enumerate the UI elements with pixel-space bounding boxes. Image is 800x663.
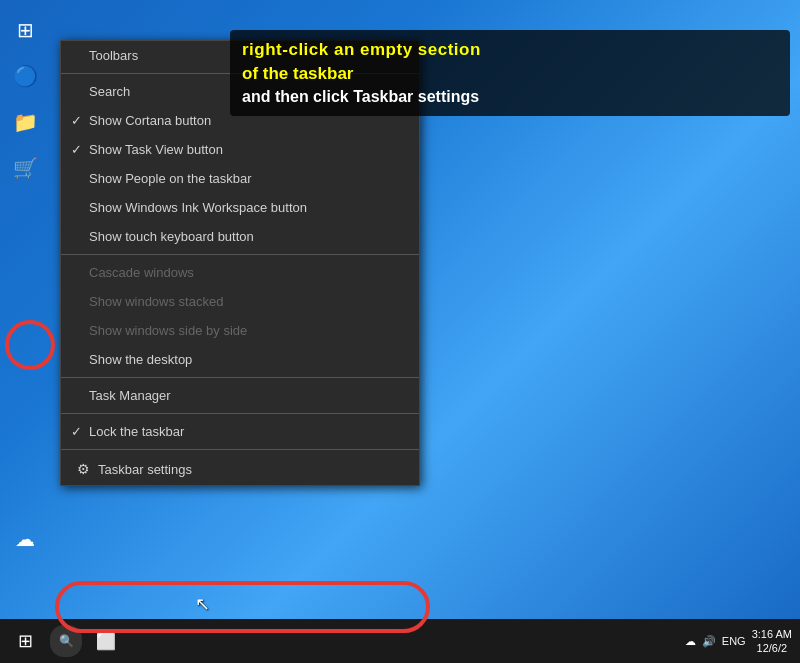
taskbar-system-tray: ☁ 🔊 ENG 3:16 AM 12/6/2 [685,627,800,656]
callout-line3: and then click Taskbar settings [242,86,778,108]
start-button-icon[interactable]: ⊞ [5,10,45,50]
menu-divider-5 [61,449,419,450]
gear-icon: ⚙ [77,461,90,477]
annotation-callout: right-click an empty section of the task… [230,30,790,116]
menu-item-stacked: Show windows stacked [61,287,419,316]
callout-line2: of the taskbar [242,62,778,86]
taskbar-taskview-icon[interactable]: ⬜ [84,619,128,663]
explorer-icon[interactable]: 📁 [5,102,45,142]
taskbar-time-value: 3:16 AM [752,627,792,641]
menu-divider-4 [61,413,419,414]
taskbar-settings-label: Taskbar settings [98,462,192,477]
menu-divider-2 [61,254,419,255]
store-icon[interactable]: 🛒 [5,148,45,188]
menu-item-cascade: Cascade windows [61,258,419,287]
menu-item-show-ink[interactable]: Show Windows Ink Workspace button [61,193,419,222]
menu-divider-3 [61,377,419,378]
taskbar-clock[interactable]: 3:16 AM 12/6/2 [752,627,792,656]
menu-item-show-desktop[interactable]: Show the desktop [61,345,419,374]
edge-icon[interactable]: 🔵 [5,56,45,96]
menu-item-sidebyside: Show windows side by side [61,316,419,345]
menu-item-show-touch[interactable]: Show touch keyboard button [61,222,419,251]
menu-item-lock[interactable]: Lock the taskbar [61,417,419,446]
taskbar-icon-group: 🔍 ⬜ [50,619,685,663]
taskbar-left-sidebar: ⊞ 🔵 📁 🛒 ☁ [0,0,50,619]
taskbar-search-icon[interactable]: 🔍 [50,625,82,657]
taskbar-start-button[interactable]: ⊞ [0,619,50,663]
menu-item-taskbar-settings[interactable]: ⚙ Taskbar settings [61,453,419,485]
volume-icon: 🔊 [702,635,716,648]
menu-item-show-taskview[interactable]: Show Task View button [61,135,419,164]
taskbar-date-value: 12/6/2 [752,641,792,655]
mouse-cursor: ↖ [195,593,210,615]
menu-item-taskmanager[interactable]: Task Manager [61,381,419,410]
language-indicator: ENG [722,635,746,647]
menu-item-show-people[interactable]: Show People on the taskbar [61,164,419,193]
callout-line1: right-click an empty section [242,38,778,62]
network-icon: ☁ [685,635,696,648]
taskbar: ⊞ 🔍 ⬜ ☁ 🔊 ENG 3:16 AM 12/6/2 [0,619,800,663]
onedrive-icon[interactable]: ☁ [5,519,45,559]
